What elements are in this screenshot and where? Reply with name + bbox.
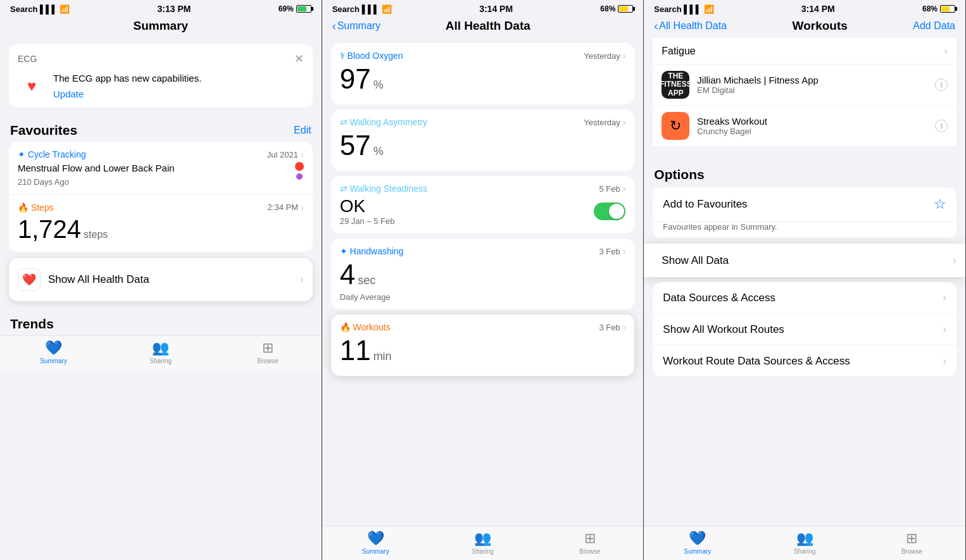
options-header: Options: [644, 154, 965, 187]
show-all-data-chevron: ›: [953, 254, 957, 267]
tab-summary-3[interactable]: 💙 Summary: [644, 530, 751, 555]
blood-oxygen-date: Yesterday: [584, 51, 620, 61]
scroll-content-3: Fatigue › THEFITNESSAPP Jillian Michaels…: [644, 38, 965, 526]
jillian-app-item[interactable]: THEFITNESSAPP Jillian Michaels | Fitness…: [653, 65, 957, 106]
streaks-app-info: Streaks Workout Crunchy Bagel: [697, 116, 927, 136]
trends-section: Trends: [0, 308, 322, 335]
add-to-favourites-option[interactable]: Add to Favourites ☆: [653, 187, 957, 222]
show-all-data-label: Show All Data: [662, 254, 729, 267]
ecg-update-link[interactable]: Update: [53, 89, 84, 99]
streaks-icon-emoji: ↻: [670, 118, 681, 134]
walking-asymmetry-date: Yesterday: [584, 118, 620, 127]
signal-3: ▌▌▌: [684, 4, 701, 14]
streaks-info-button[interactable]: ℹ: [935, 120, 948, 132]
search-text-1: Search: [10, 4, 37, 14]
battery-fill-3: [941, 6, 950, 11]
steps-item[interactable]: 🔥 Steps 2:34 PM › 1,724 steps: [9, 195, 313, 252]
tab-sharing-label-2: Sharing: [472, 548, 493, 555]
sharing-icon-3: 👥: [796, 530, 813, 547]
nav-title-2: All Health Data: [446, 19, 530, 33]
tab-sharing-1[interactable]: 👥 Sharing: [107, 340, 214, 364]
handwashing-chevron: ›: [623, 246, 626, 256]
workout-route-sources-option[interactable]: Workout Route Data Sources & Access ›: [653, 345, 957, 376]
tab-browse-label-1: Browse: [257, 358, 278, 364]
nav-back-2[interactable]: ‹ Summary: [332, 20, 380, 33]
ecg-label: ECG: [18, 54, 37, 64]
sharing-icon-1: 👥: [152, 340, 169, 356]
browse-icon-1: ⊞: [262, 340, 273, 356]
cycle-date: Jul 2021: [267, 150, 298, 159]
signal-2: ▌▌▌: [362, 4, 380, 14]
tab-browse-label-3: Browse: [901, 548, 922, 555]
tab-summary-label-2: Summary: [362, 548, 389, 555]
fitness-icon-text: THEFITNESSAPP: [660, 72, 692, 97]
nav-title-3: Workouts: [793, 19, 848, 33]
cycle-tracking-name: ✦ Cycle Tracking: [18, 149, 86, 159]
show-all-health-data-button[interactable]: ❤️ Show All Health Data ›: [9, 258, 313, 301]
handwashing-value: 4: [340, 259, 355, 290]
ecg-icon: ♥︎: [18, 72, 46, 100]
screen-all-health-data: Search ▌▌▌ 📶 3:14 PM 68% ‹ Summary All H…: [322, 0, 644, 560]
blood-oxygen-chevron: ›: [623, 51, 626, 61]
jillian-app-dev: EM Digital: [697, 85, 927, 95]
handwashing-icon: ✦: [340, 246, 350, 256]
streaks-app-dev: Crunchy Bagel: [697, 127, 927, 136]
workouts-chevron: ›: [623, 322, 626, 332]
data-sources-option[interactable]: Data Sources & Access ›: [653, 282, 957, 314]
battery-icon-2: [618, 5, 633, 13]
steps-name: 🔥 Steps: [18, 202, 54, 213]
streaks-app-name: Streaks Workout: [697, 116, 927, 127]
blood-oxygen-label: Blood Oxygen: [348, 51, 403, 61]
tab-browse-2[interactable]: ⊞ Browse: [536, 530, 643, 555]
jillian-app-info: Jillian Michaels | Fitness App EM Digita…: [697, 75, 927, 95]
walking-steadiness-date: 5 Feb: [599, 184, 620, 194]
ecg-card: ECG ✕ ♥︎ The ECG app has new capabilitie…: [9, 44, 313, 108]
tab-summary-1[interactable]: 💙 Summary: [0, 340, 107, 364]
workouts-item[interactable]: 🔥 Workouts 3 Feb › 11 min: [331, 314, 635, 376]
cycle-chevron: ›: [301, 149, 304, 159]
show-all-health-data-label: Show All Health Data: [48, 273, 292, 286]
cycle-tracking-label: Cycle Tracking: [28, 149, 86, 159]
fatigue-item[interactable]: Fatigue ›: [653, 38, 957, 64]
data-sources-label: Data Sources & Access: [663, 292, 775, 304]
cycle-dot-purple: [296, 173, 303, 180]
walking-asymmetry-item[interactable]: ⇄ Walking Asymmetry Yesterday › 57 %: [331, 109, 635, 171]
tab-sharing-2[interactable]: 👥 Sharing: [429, 530, 536, 555]
tab-sharing-3[interactable]: 👥 Sharing: [751, 530, 858, 555]
add-data-button[interactable]: Add Data: [913, 20, 955, 32]
cycle-days-ago: 210 Days Ago: [18, 177, 175, 187]
cycle-tracking-item[interactable]: ✦ Cycle Tracking Jul 2021 › Menstrual Fl…: [9, 142, 313, 195]
tab-browse-3[interactable]: ⊞ Browse: [858, 530, 965, 555]
summary-icon-1: 💙: [45, 340, 62, 356]
walking-asymmetry-unit: %: [373, 145, 384, 163]
nav-bar-3: ‹ All Health Data Workouts Add Data: [644, 16, 965, 38]
tab-summary-2[interactable]: 💙 Summary: [322, 530, 429, 555]
handwashing-item[interactable]: ✦ Handwashing 3 Feb › 4 sec Daily Averag…: [331, 239, 635, 309]
tab-browse-1[interactable]: ⊞ Browse: [214, 340, 321, 364]
walking-steadiness-item[interactable]: ⇄ Walking Steadiness 5 Feb › OK 29 Jan –…: [331, 176, 635, 233]
status-bar-1: Search ▌▌▌ 📶 3:13 PM 69%: [0, 0, 322, 16]
summary-icon-2: 💙: [367, 530, 384, 547]
steps-chevron: ›: [301, 202, 304, 213]
walking-steadiness-toggle[interactable]: [594, 202, 625, 220]
nav-back-3[interactable]: ‹ All Health Data: [654, 20, 727, 33]
tab-sharing-label-1: Sharing: [150, 358, 172, 364]
tab-bar-2: 💙 Summary 👥 Sharing ⊞ Browse: [322, 526, 644, 560]
workout-routes-option[interactable]: Show All Workout Routes ›: [653, 314, 957, 345]
workout-route-sources-chevron: ›: [943, 354, 946, 368]
blood-oxygen-name: ⚕ Blood Oxygen: [340, 51, 403, 61]
jillian-app-icon: THEFITNESSAPP: [662, 71, 689, 99]
status-left-2: Search ▌▌▌ 📶: [332, 4, 392, 14]
search-text-2: Search: [332, 4, 360, 14]
search-text-3: Search: [654, 4, 681, 14]
jillian-app-name: Jillian Michaels | Fitness App: [697, 75, 927, 85]
streaks-app-item[interactable]: ↻ Streaks Workout Crunchy Bagel ℹ: [653, 106, 957, 146]
tab-summary-label-3: Summary: [684, 548, 712, 555]
blood-oxygen-item[interactable]: ⚕ Blood Oxygen Yesterday › 97 %: [331, 43, 635, 104]
ecg-close-button[interactable]: ✕: [294, 52, 304, 66]
show-all-data-option[interactable]: Show All Data ›: [644, 244, 965, 277]
jillian-info-button[interactable]: ℹ: [935, 78, 948, 91]
favourites-edit-button[interactable]: Edit: [294, 125, 311, 136]
blood-oxygen-icon: ⚕: [340, 51, 348, 61]
options-list: Add to Favourites ☆ Favourites appear in…: [653, 187, 957, 239]
